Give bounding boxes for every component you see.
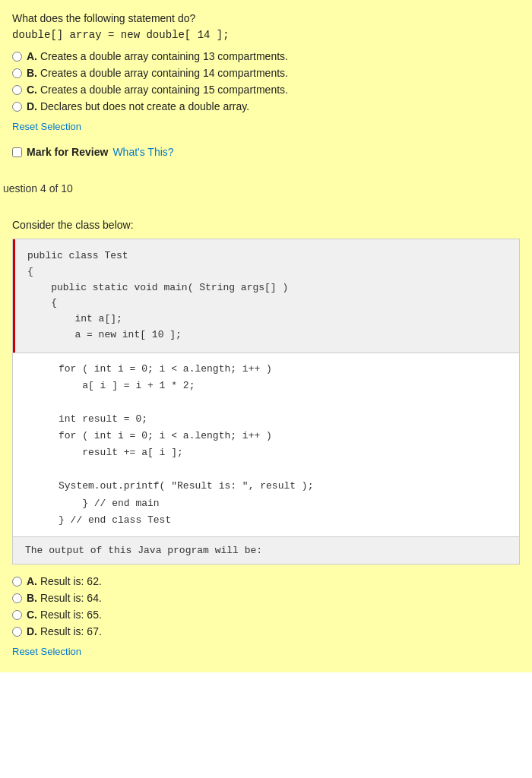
option-b-label: B. Creates a double array containing 14 …: [27, 67, 288, 79]
code-line: {: [27, 296, 507, 312]
q4-option-d-radio[interactable]: [12, 627, 22, 637]
q4-option-b-radio[interactable]: [12, 593, 22, 603]
question3-code: double[] array = new double[ 14 ];: [12, 29, 520, 41]
code-block-inner: public class Test { public static void m…: [13, 239, 519, 353]
question4-section: Consider the class below: public class T…: [0, 207, 532, 565]
reset-selection-q3[interactable]: Reset Selection: [12, 121, 81, 132]
option-a-label: A. Creates a double array containing 13 …: [27, 50, 288, 62]
code-line: System.out.printf( "Result is: ", result…: [59, 478, 473, 495]
q4-option-a-radio[interactable]: [12, 577, 22, 587]
code-block-extra: for ( int i = 0; i < a.length; i++ ) a[ …: [12, 353, 520, 537]
list-item: C. Result is: 65.: [12, 609, 520, 621]
option-a-radio[interactable]: [12, 52, 22, 62]
list-item: B. Result is: 64.: [12, 592, 520, 604]
consider-text: Consider the class below:: [12, 219, 520, 231]
code-line: a = new int[ 10 ];: [27, 327, 507, 343]
q4-option-a-label: A. Result is: 62.: [27, 575, 102, 587]
question3-text: What does the following statement do?: [12, 12, 520, 24]
list-item: A. Result is: 62.: [12, 575, 520, 587]
question3-options: A. Creates a double array containing 13 …: [12, 50, 520, 112]
code-line: result += a[ i ];: [59, 444, 473, 461]
q4-option-c-label: C. Result is: 65.: [27, 609, 102, 621]
q4-option-b-label: B. Result is: 64.: [27, 592, 102, 604]
mark-review-label: Mark for Review: [27, 146, 108, 158]
question3-section: What does the following statement do? do…: [0, 0, 532, 173]
reset-selection-q4[interactable]: Reset Selection: [12, 646, 81, 657]
code-line: public static void main( String args[] ): [27, 280, 507, 296]
list-item: A. Creates a double array containing 13 …: [12, 50, 520, 62]
question-counter-section: uestion 4 of 10: [0, 173, 532, 207]
code-line: for ( int i = 0; i < a.length; i++ ): [59, 361, 473, 378]
code-line: {: [27, 264, 507, 280]
option-b-radio[interactable]: [12, 68, 22, 78]
q4-option-d-label: D. Result is: 67.: [27, 625, 102, 637]
option-c-label: C. Creates a double array containing 15 …: [27, 84, 288, 96]
code-line: public class Test: [27, 248, 507, 264]
list-item: D. Result is: 67.: [12, 625, 520, 637]
code-line: } // end class Test: [59, 512, 473, 529]
option-c-radio[interactable]: [12, 85, 22, 95]
question4-options: A. Result is: 62. B. Result is: 64. C. R…: [12, 575, 520, 637]
code-line: } // end main: [59, 495, 473, 512]
question4-answers-section: A. Result is: 62. B. Result is: 64. C. R…: [0, 565, 532, 672]
list-item: C. Creates a double array containing 15 …: [12, 84, 520, 96]
option-d-radio[interactable]: [12, 102, 22, 112]
output-label-box: The output of this Java program will be:: [12, 537, 520, 565]
code-block-main: public class Test { public static void m…: [12, 239, 520, 353]
output-label-text: The output of this Java program will be:: [25, 545, 262, 556]
code-line: int result = 0;: [59, 411, 473, 428]
code-line: a[ i ] = i + 1 * 2;: [59, 378, 473, 394]
mark-for-review-checkbox[interactable]: [12, 147, 22, 157]
code-line: [59, 394, 473, 411]
list-item: D. Declares but does not create a double…: [12, 100, 520, 112]
whats-this-link[interactable]: What's This?: [112, 146, 173, 158]
option-d-label: D. Declares but does not create a double…: [27, 100, 249, 112]
code-line: [59, 461, 473, 478]
code-line: for ( int i = 0; i < a.length; i++ ): [59, 428, 473, 444]
code-line: int a[];: [27, 312, 507, 327]
question-counter-text: uestion 4 of 10: [3, 182, 73, 194]
list-item: B. Creates a double array containing 14 …: [12, 67, 520, 79]
mark-review-row: Mark for Review What's This?: [12, 146, 520, 158]
q4-option-c-radio[interactable]: [12, 610, 22, 620]
